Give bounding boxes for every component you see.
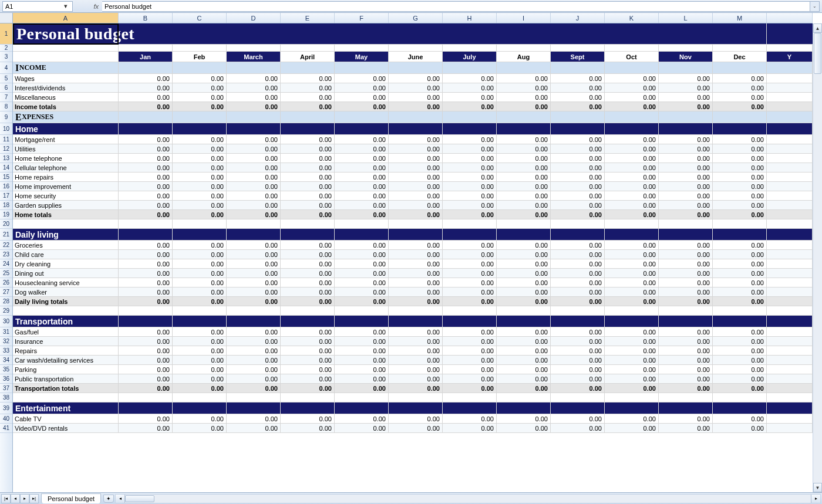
cell[interactable]: 0.00 [389,424,443,432]
row-header-4[interactable]: 4 [0,62,12,74]
cell[interactable]: 0.00 [443,154,497,163]
cell[interactable]: 0.00 [119,201,173,209]
cell[interactable]: May [335,52,389,62]
cell[interactable]: 0.00 [227,182,281,191]
cell[interactable]: 0.00 [659,74,713,83]
cell[interactable] [119,219,173,228]
cell[interactable] [443,306,497,315]
cell[interactable]: 0.00 [227,201,281,209]
cell[interactable]: 0.00 [659,210,713,219]
cell[interactable]: 0.00 [443,191,497,200]
cell[interactable]: Mortgage/rent [13,135,119,144]
cell[interactable] [551,229,605,240]
cell[interactable]: 0.00 [173,191,227,200]
cell[interactable]: 0.00 [389,172,443,181]
cell[interactable] [119,316,173,327]
cell[interactable]: 0.00 [713,297,767,306]
cell[interactable] [119,62,173,73]
cell[interactable]: Interest/dividends [13,83,119,92]
cell[interactable] [13,219,119,228]
cell[interactable]: 0.00 [443,297,497,306]
cell[interactable]: 0.00 [605,365,659,374]
cell[interactable] [227,219,281,228]
cell[interactable]: 0.00 [227,102,281,111]
cell[interactable]: Jan [119,52,173,62]
cell[interactable]: 0.00 [173,163,227,172]
horizontal-scrollbar[interactable]: ◂ ▸ [115,494,821,503]
cell[interactable]: 0.00 [281,210,335,219]
cell[interactable]: 0.00 [173,356,227,364]
col-header-C[interactable]: C [173,13,227,23]
cell[interactable]: 0.00 [605,278,659,287]
cell[interactable]: 0.00 [335,346,389,355]
cell[interactable]: 0.00 [659,365,713,374]
cell[interactable]: 0.00 [497,182,551,191]
cell[interactable]: 0.00 [497,241,551,249]
cell[interactable]: 0.00 [227,241,281,249]
cell[interactable]: 0.00 [281,135,335,144]
cell[interactable] [605,316,659,327]
row-header-21[interactable]: 21 [0,229,12,241]
cell[interactable] [605,62,659,73]
cell[interactable]: 0.00 [497,201,551,209]
cell[interactable]: 0.00 [389,201,443,209]
cell[interactable]: 0.00 [119,337,173,346]
cell[interactable]: 0.00 [713,374,767,383]
cell[interactable]: 0.00 [497,374,551,383]
cell[interactable]: 0.00 [227,154,281,163]
cell[interactable]: 0.00 [551,356,605,364]
cell[interactable]: 0.00 [605,259,659,268]
cell[interactable]: 0.00 [659,144,713,153]
col-header-I[interactable]: I [497,13,551,23]
cell[interactable] [119,393,173,402]
cell[interactable]: 0.00 [605,356,659,364]
cell[interactable]: 0.00 [335,191,389,200]
cell[interactable] [335,393,389,402]
cell[interactable] [713,111,767,123]
cell[interactable]: 0.00 [335,259,389,268]
cell[interactable]: 0.00 [605,424,659,432]
cell[interactable]: 0.00 [659,191,713,200]
cell[interactable]: 0.00 [173,102,227,111]
cell[interactable]: 0.00 [551,374,605,383]
cell[interactable]: 0.00 [443,163,497,172]
cell[interactable] [173,306,227,315]
cell[interactable]: 0.00 [497,424,551,432]
row-header-38[interactable]: 38 [0,393,12,402]
cell[interactable]: 0.00 [713,191,767,200]
cell[interactable]: 0.00 [335,154,389,163]
cell[interactable]: 0.00 [551,259,605,268]
cell[interactable] [659,393,713,402]
cell[interactable]: 0.00 [389,102,443,111]
cell[interactable]: 0.00 [605,287,659,296]
scroll-right-button[interactable]: ▸ [811,495,820,503]
cell[interactable]: 0.00 [443,424,497,432]
cell[interactable]: 0.00 [119,172,173,181]
cell[interactable]: 0.00 [713,259,767,268]
col-header-G[interactable]: G [389,13,443,23]
row-header-3[interactable]: 3 [0,52,12,62]
cell[interactable] [497,306,551,315]
scroll-left-button[interactable]: ◂ [116,495,125,503]
cell[interactable]: 0.00 [119,154,173,163]
cell[interactable] [335,111,389,123]
cell[interactable]: 0.00 [605,346,659,355]
cell[interactable]: 0.00 [173,297,227,306]
cell[interactable]: 0.00 [227,327,281,336]
cell[interactable]: 0.00 [551,384,605,393]
cell[interactable]: 0.00 [497,337,551,346]
cell[interactable]: 0.00 [659,201,713,209]
cell[interactable] [173,402,227,414]
cell[interactable] [173,316,227,327]
cell[interactable]: 0.00 [659,269,713,278]
cell[interactable]: Transportation totals [13,384,119,393]
cell[interactable]: Home telephone [13,154,119,163]
cell[interactable]: 0.00 [605,144,659,153]
cell[interactable]: 0.00 [119,365,173,374]
cell[interactable]: 0.00 [389,356,443,364]
cell[interactable] [605,229,659,240]
cell[interactable]: 0.00 [173,154,227,163]
cell[interactable]: 0.00 [659,154,713,163]
cell[interactable]: 0.00 [659,83,713,92]
cell[interactable]: 0.00 [443,241,497,249]
